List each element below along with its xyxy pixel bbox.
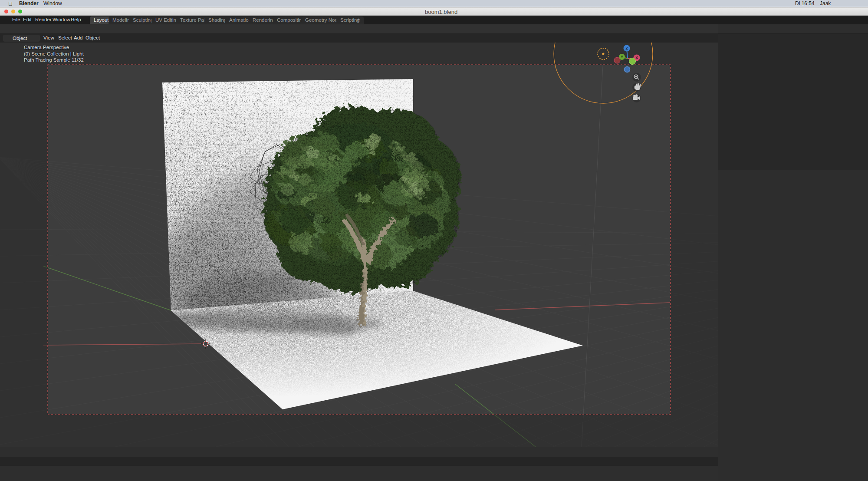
svg-text:Z: Z: [625, 46, 628, 50]
svg-text:Y: Y: [621, 55, 623, 59]
svg-text:X: X: [635, 56, 638, 60]
